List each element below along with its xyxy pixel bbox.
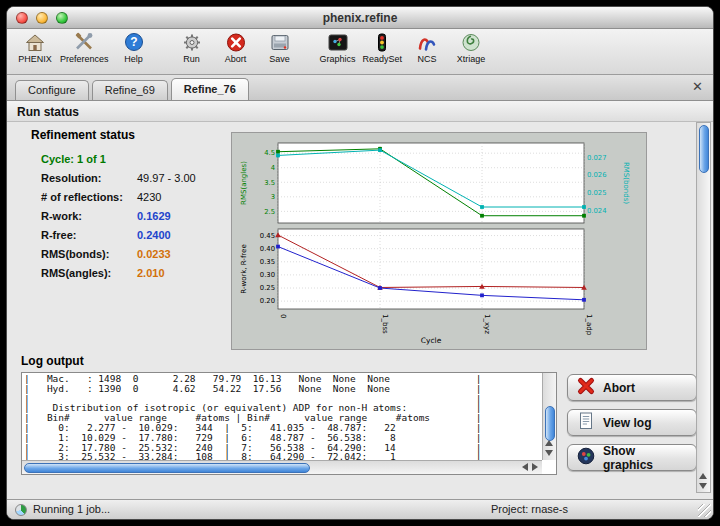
svg-text:RMS(bonds): RMS(bonds) (622, 162, 630, 204)
scroll-down-arrow-icon[interactable] (545, 450, 553, 456)
tab-configure[interactable]: Configure (15, 80, 89, 100)
svg-text:0: 0 (279, 314, 287, 318)
toolbar-button-label: Graphics (320, 54, 356, 64)
abort-icon (224, 31, 248, 54)
svg-text:RMS(angles): RMS(angles) (240, 161, 248, 205)
toolbar-button-label: Run (183, 54, 200, 64)
toolbar-button-preferences[interactable]: Preferences (57, 30, 112, 64)
toolbar-button-label: Save (269, 54, 290, 64)
view-log-button[interactable]: View log (567, 409, 697, 436)
preferences-icon (72, 31, 96, 54)
cycle-value: Cycle: 1 of 1 (41, 153, 106, 165)
stat-label: # of reflections: (41, 191, 137, 203)
abort-button[interactable]: Abort (567, 374, 697, 401)
abort-x-icon (576, 376, 596, 399)
stat-cycle: Cycle: 1 of 1 (41, 149, 227, 168)
toolbar-button-label: NCS (418, 54, 437, 64)
close-window-button[interactable] (16, 12, 28, 24)
stat-value: 0.2400 (137, 229, 171, 241)
show-graphics-button-label: Show graphics (603, 444, 688, 472)
resize-grip[interactable] (698, 504, 711, 517)
toolbar-button-graphics[interactable]: Graphics (316, 30, 360, 64)
tab-refine-76[interactable]: Refine_76 (171, 78, 249, 100)
svg-text:1_adp: 1_adp (585, 314, 593, 336)
tab-label: Refine_76 (184, 83, 236, 95)
svg-text:3.5: 3.5 (264, 179, 275, 187)
log-hscroll-thumb[interactable] (24, 463, 310, 473)
svg-text:0.30: 0.30 (260, 271, 275, 279)
toolbar-button-phenix[interactable]: PHENIX (13, 30, 57, 64)
toolbar-button-abort[interactable]: Abort (214, 30, 258, 64)
stat-r-free: R-free:0.2400 (41, 225, 227, 244)
log-horizontal-scrollbar[interactable] (22, 460, 542, 474)
toolbar-button-label: Xtriage (457, 54, 486, 64)
stat-value: 0.1629 (137, 210, 171, 222)
svg-text:1_bss: 1_bss (381, 314, 389, 334)
main-vertical-scrollbar[interactable] (696, 122, 711, 493)
stat-label: Resolution: (41, 172, 137, 184)
scroll-right-arrow-icon[interactable] (532, 463, 538, 471)
minimize-window-button[interactable] (36, 12, 48, 24)
svg-text:0.024: 0.024 (587, 207, 606, 215)
status-bar: Running 1 job... Project: rnase-s (7, 499, 713, 519)
run-gear-icon (180, 31, 204, 54)
stat-resolution: Resolution:49.97 - 3.00 (41, 168, 227, 187)
svg-text:0.25: 0.25 (260, 284, 275, 292)
tab-label: Configure (28, 84, 76, 96)
action-buttons: Abort View log Show graphics (567, 374, 697, 471)
stat-rms-angles: RMS(angles):2.010 (41, 263, 227, 282)
toolbar-button-label: Abort (225, 54, 247, 64)
run-status-header: Run status (7, 101, 713, 122)
show-graphics-button[interactable]: Show graphics (567, 444, 697, 471)
scroll-up-arrow-icon[interactable] (699, 473, 707, 479)
log-output-box: | Mac. : 1498 0 2.28 79.79 16.13 None No… (21, 372, 557, 475)
toolbar-button-label: ReadySet (363, 54, 403, 64)
svg-text:?: ? (130, 35, 137, 49)
main-toolbar: PHENIX Preferences ? Help Run Abort Save… (7, 29, 713, 75)
svg-text:0.40: 0.40 (260, 245, 275, 253)
svg-text:1_xyz: 1_xyz (483, 314, 491, 334)
title-bar[interactable]: phenix.refine (7, 7, 713, 29)
log-output-text: | Mac. : 1498 0 2.28 79.79 16.13 None No… (24, 374, 541, 460)
graphics-icon (326, 31, 350, 54)
toolbar-button-label: Help (124, 54, 143, 64)
readyset-icon (370, 31, 394, 54)
stat-r-work: R-work:0.1629 (41, 206, 227, 225)
log-vertical-scrollbar[interactable] (542, 373, 556, 460)
window-title: phenix.refine (323, 11, 398, 25)
stat-value: 0.0233 (137, 248, 171, 260)
zoom-window-button[interactable] (56, 12, 68, 24)
tab-refine-69[interactable]: Refine_69 (92, 80, 168, 100)
tab-label: Refine_69 (105, 84, 155, 96)
svg-text:4: 4 (271, 164, 275, 172)
scroll-up-arrow-icon[interactable] (545, 440, 553, 446)
toolbar-button-save[interactable]: Save (258, 30, 302, 64)
tab-close-button[interactable]: ✕ (692, 80, 703, 93)
svg-text:0.026: 0.026 (587, 171, 606, 179)
view-log-button-label: View log (603, 416, 651, 430)
toolbar-button-help[interactable]: ? Help (112, 30, 156, 64)
toolbar-button-readyset[interactable]: ReadySet (360, 30, 406, 64)
refinement-chart-panel: 2.533.544.50.0240.0250.0260.027RMS(angle… (231, 132, 647, 350)
svg-text:R-work, R-free: R-work, R-free (240, 244, 248, 293)
svg-text:Cycle: Cycle (421, 336, 442, 345)
scroll-down-arrow-icon[interactable] (699, 483, 707, 489)
svg-text:2.5: 2.5 (264, 208, 275, 216)
refinement-chart-svg: 2.533.544.50.0240.0250.0260.027RMS(angle… (234, 135, 644, 347)
stat-label: RMS(angles): (41, 267, 137, 279)
refinement-status-title: Refinement status (31, 128, 135, 142)
stat-rms-bonds: RMS(bonds):0.0233 (41, 244, 227, 263)
scroll-left-arrow-icon[interactable] (522, 463, 528, 471)
status-running-text: Running 1 job... (33, 503, 110, 515)
toolbar-button-ncs[interactable]: NCS (405, 30, 449, 64)
toolbar-button-run[interactable]: Run (170, 30, 214, 64)
main-scroll-thumb[interactable] (699, 125, 709, 173)
toolbar-button-xtriage[interactable]: Xtriage (449, 30, 493, 64)
svg-text:0.35: 0.35 (260, 258, 275, 266)
app-window: phenix.refine PHENIX Preferences ? Help … (6, 6, 714, 520)
molecule-icon (576, 446, 596, 469)
stat-value: 4230 (137, 191, 161, 203)
log-vscroll-thumb[interactable] (545, 406, 555, 441)
tab-bar: Configure Refine_69 Refine_76 ✕ (7, 75, 713, 101)
toolbar-button-label: PHENIX (18, 54, 52, 64)
